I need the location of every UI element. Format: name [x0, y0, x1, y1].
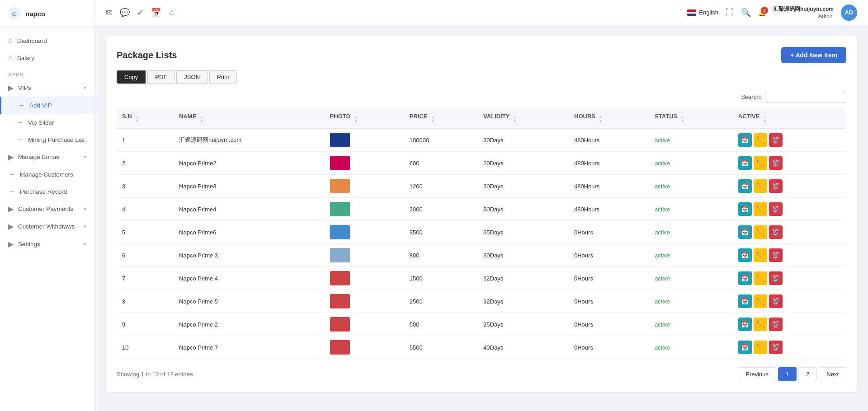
- delete-button[interactable]: 🗑️: [769, 202, 783, 216]
- edit-button[interactable]: ✏️: [754, 225, 767, 239]
- cell-photo: [325, 336, 404, 359]
- page-2-button[interactable]: 2: [798, 367, 817, 381]
- delete-button[interactable]: 🗑️: [769, 225, 783, 239]
- sidebar-item-manage-customers[interactable]: → Manage Customers: [0, 166, 94, 183]
- cell-name: Napco Prime 3: [174, 244, 325, 267]
- sidebar-item-label: Vip Slider: [28, 119, 54, 126]
- home-icon: ⌂: [8, 54, 13, 62]
- table-row: 5 Napco Prime6 3500 35Days 0Hours active…: [117, 221, 846, 244]
- chevron-right-icon: ▶: [8, 240, 14, 248]
- calendar-button[interactable]: 📅: [738, 318, 752, 331]
- edit-button[interactable]: ✏️: [754, 156, 767, 170]
- language-selector[interactable]: English: [687, 9, 718, 16]
- sidebar-item-customer-withdraws[interactable]: ▶ Customer Withdraws ▾: [0, 218, 94, 235]
- sidebar-item-mining-purchase[interactable]: → Mining Purchase List: [0, 131, 94, 148]
- table-row: 7 Napco Prime 4 1500 32Days 0Hours activ…: [117, 267, 846, 290]
- delete-button[interactable]: 🗑️: [769, 271, 783, 285]
- cell-photo: [325, 128, 404, 152]
- col-price: PRICE ▲▼: [404, 108, 478, 128]
- edit-button[interactable]: ✏️: [754, 318, 767, 331]
- calendar-button[interactable]: 📅: [738, 341, 752, 354]
- edit-button[interactable]: ✏️: [754, 294, 767, 308]
- sidebar-item-purchase-record[interactable]: → Purchase Record: [0, 183, 94, 200]
- col-validity: VALIDITY ▲▼: [478, 108, 569, 128]
- delete-button[interactable]: 🗑️: [769, 248, 783, 262]
- edit-button[interactable]: ✏️: [754, 202, 767, 216]
- sort-arrows: ▲▼: [200, 116, 203, 123]
- sidebar-item-salary[interactable]: ⌂ Salary: [0, 49, 94, 66]
- sidebar-item-customer-payments[interactable]: ▶ Customer Payments ▾: [0, 200, 94, 218]
- cell-sn: 9: [117, 313, 174, 336]
- cell-photo: [325, 244, 404, 267]
- avatar[interactable]: AD: [841, 5, 857, 21]
- calendar-button[interactable]: 📅: [738, 271, 752, 285]
- search-input[interactable]: [765, 91, 846, 103]
- sidebar: ⊙ napco ⌂ Dashboard ⌂ Salary APPS ▶ VIPs…: [0, 0, 95, 411]
- next-button[interactable]: Next: [819, 367, 846, 381]
- mail-icon[interactable]: ✉: [106, 8, 113, 18]
- sort-arrows: ▲▼: [354, 116, 358, 123]
- search-icon[interactable]: 🔍: [741, 8, 751, 18]
- notification-bell[interactable]: 🔔 5: [758, 9, 766, 16]
- chevron-down-icon: ▾: [84, 206, 86, 212]
- cell-name: Napco Prime 5: [174, 290, 325, 313]
- copy-button[interactable]: Copy: [117, 70, 146, 84]
- table-row: 9 Napco Prime 2 500 25Days 0Hours active…: [117, 313, 846, 336]
- delete-button[interactable]: 🗑️: [769, 179, 783, 193]
- delete-button[interactable]: 🗑️: [769, 294, 783, 308]
- edit-button[interactable]: ✏️: [754, 271, 767, 285]
- delete-button[interactable]: 🗑️: [769, 318, 783, 331]
- table-search: Search:: [117, 91, 846, 103]
- calendar-button[interactable]: 📅: [738, 225, 752, 239]
- cell-hours: 0Hours: [569, 221, 649, 244]
- sidebar-item-vip-slider[interactable]: → Vip Slider: [0, 114, 94, 131]
- edit-button[interactable]: ✏️: [754, 248, 767, 262]
- previous-button[interactable]: Previous: [738, 367, 776, 381]
- sidebar-item-dashboard[interactable]: ⌂ Dashboard: [0, 32, 94, 49]
- delete-button[interactable]: 🗑️: [769, 341, 783, 354]
- calendar-button[interactable]: 📅: [738, 294, 752, 308]
- cell-hours: 0Hours: [569, 290, 649, 313]
- sidebar-item-manage-bonus[interactable]: ▶ Manage Bonus ▾: [0, 148, 94, 166]
- edit-button[interactable]: ✏️: [754, 179, 767, 193]
- calendar-button[interactable]: 📅: [738, 179, 752, 193]
- star-icon[interactable]: ☆: [168, 8, 175, 18]
- add-new-item-button[interactable]: + Add New Item: [781, 47, 846, 63]
- print-button[interactable]: Print: [209, 70, 237, 84]
- cell-sn: 2: [117, 152, 174, 175]
- table-row: 8 Napco Prime 5 2500 32Days 0Hours activ…: [117, 290, 846, 313]
- sidebar-item-vips[interactable]: ▶ VIPs ▾: [0, 79, 94, 97]
- cell-status: active: [649, 152, 733, 175]
- calendar-button[interactable]: 📅: [738, 156, 752, 170]
- sidebar-item-label: Customer Payments: [18, 206, 73, 212]
- edit-button[interactable]: ✏️: [754, 341, 767, 354]
- fullscreen-icon[interactable]: ⛶: [726, 8, 734, 17]
- sidebar-item-settings[interactable]: ▶ Settings ▾: [0, 235, 94, 253]
- calendar-button[interactable]: 📅: [738, 202, 752, 216]
- cell-active: 📅 ✏️ 🗑️: [733, 313, 846, 336]
- chat-icon[interactable]: 💬: [120, 8, 130, 18]
- cell-name: Napco Prime 4: [174, 267, 325, 290]
- cell-active: 📅 ✏️ 🗑️: [733, 175, 846, 198]
- cell-active: 📅 ✏️ 🗑️: [733, 128, 846, 152]
- cell-status: active: [649, 313, 733, 336]
- calendar-button[interactable]: 📅: [738, 133, 752, 147]
- page-1-button[interactable]: 1: [778, 367, 797, 381]
- pdf-button[interactable]: PDF: [147, 70, 175, 84]
- cell-status: active: [649, 198, 733, 221]
- sidebar-item-add-vip[interactable]: → Add VIP: [0, 97, 94, 114]
- flag-icon: [687, 9, 696, 16]
- cell-active: 📅 ✏️ 🗑️: [733, 152, 846, 175]
- check-icon[interactable]: ✓: [137, 8, 144, 18]
- calendar-icon[interactable]: 📅: [151, 8, 161, 18]
- cell-status: active: [649, 175, 733, 198]
- cell-price: 600: [404, 152, 478, 175]
- edit-button[interactable]: ✏️: [754, 133, 767, 147]
- delete-button[interactable]: 🗑️: [769, 133, 783, 147]
- cell-price: 2000: [404, 198, 478, 221]
- json-button[interactable]: JSON: [176, 70, 208, 84]
- sidebar-nav: ⌂ Dashboard ⌂ Salary APPS ▶ VIPs ▾ → Add…: [0, 28, 94, 411]
- calendar-button[interactable]: 📅: [738, 248, 752, 262]
- data-table: S.N ▲▼ NAME ▲▼ PHOTO ▲▼: [117, 108, 846, 359]
- delete-button[interactable]: 🗑️: [769, 156, 783, 170]
